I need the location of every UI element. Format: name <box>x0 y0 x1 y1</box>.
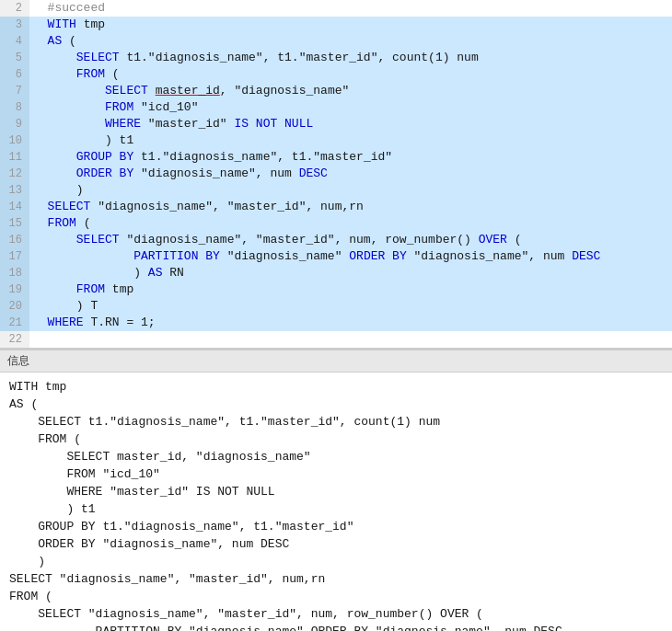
line-number-5: 5 <box>0 50 29 66</box>
info-line-12: ) <box>9 553 663 570</box>
info-line-2: WITH tmp <box>9 378 663 396</box>
code-editor[interactable]: 2 #succeed 3 WITH tmp 4 AS ( 5 SELECT t1… <box>0 0 672 350</box>
line-content-19: FROM tmp <box>29 281 672 298</box>
line-content-5: SELECT t1."diagnosis_name", t1."master_i… <box>29 50 672 66</box>
line-number-12: 12 <box>0 166 29 182</box>
line-content-2: #succeed <box>29 0 672 17</box>
line-content-6: FROM ( <box>29 66 672 83</box>
line-content-4: AS ( <box>29 33 672 50</box>
info-line-10: GROUP BY t1."diagnosis_name", t1."master… <box>9 518 663 535</box>
error-token: master_id <box>156 84 220 98</box>
line-number-3: 3 <box>0 17 29 33</box>
info-line-14: FROM ( <box>9 588 663 605</box>
line-number-18: 18 <box>0 265 29 281</box>
code-line-11: 11 GROUP BY t1."diagnosis_name", t1."mas… <box>0 149 672 166</box>
info-header: 信息 <box>0 350 672 373</box>
code-line-14: 14 SELECT "diagnosis_name", "master_id",… <box>0 199 672 215</box>
line-content-10: ) t1 <box>29 132 672 149</box>
line-number-17: 17 <box>0 248 29 265</box>
line-number-14: 14 <box>0 199 29 215</box>
line-number-8: 8 <box>0 99 29 116</box>
info-line-11: ORDER BY "diagnosis_name", num DESC <box>9 535 663 553</box>
line-content-20: ) T <box>29 298 672 315</box>
info-line-13: SELECT "diagnosis_name", "master_id", nu… <box>9 570 663 588</box>
code-line-12: 12 ORDER BY "diagnosis_name", num DESC <box>0 166 672 182</box>
line-content-15: FROM ( <box>29 215 672 232</box>
line-content-9: WHERE "master_id" IS NOT NULL <box>29 116 672 132</box>
line-number-16: 16 <box>0 232 29 248</box>
code-line-15: 15 FROM ( <box>0 215 672 232</box>
line-content-13: ) <box>29 182 672 199</box>
info-line-16: PARTITION BY "diagnosis_name" ORDER BY "… <box>9 623 663 631</box>
info-content: WITH tmp AS ( SELECT t1."diagnosis_name"… <box>0 373 672 631</box>
line-content-14: SELECT "diagnosis_name", "master_id", nu… <box>29 199 672 215</box>
line-number-21: 21 <box>0 315 29 331</box>
line-number-10: 10 <box>0 132 29 149</box>
code-line-19: 19 FROM tmp <box>0 281 672 298</box>
info-line-9: ) t1 <box>9 500 663 518</box>
line-number-11: 11 <box>0 149 29 166</box>
line-number-13: 13 <box>0 182 29 199</box>
line-content-16: SELECT "diagnosis_name", "master_id", nu… <box>29 232 672 248</box>
info-line-5: FROM ( <box>9 430 663 448</box>
code-line-18: 18 ) AS RN <box>0 265 672 281</box>
info-line-8: WHERE "master_id" IS NOT NULL <box>9 483 663 500</box>
info-line-4: SELECT t1."diagnosis_name", t1."master_i… <box>9 413 663 430</box>
code-line-2: 2 #succeed <box>0 0 672 17</box>
line-content-3: WITH tmp <box>29 17 672 33</box>
code-line-9: 9 WHERE "master_id" IS NOT NULL <box>0 116 672 132</box>
line-number-7: 7 <box>0 83 29 99</box>
line-number-6: 6 <box>0 66 29 83</box>
info-panel: 信息 WITH tmp AS ( SELECT t1."diagnosis_na… <box>0 350 672 631</box>
line-content-22 <box>29 331 672 348</box>
info-line-3: AS ( <box>9 396 663 413</box>
line-content-7: SELECT master_id, "diagnosis_name" <box>29 83 672 99</box>
code-line-16: 16 SELECT "diagnosis_name", "master_id",… <box>0 232 672 248</box>
line-content-18: ) AS RN <box>29 265 672 281</box>
line-number-9: 9 <box>0 116 29 132</box>
line-number-15: 15 <box>0 215 29 232</box>
line-number-20: 20 <box>0 298 29 315</box>
code-line-4: 4 AS ( <box>0 33 672 50</box>
code-line-6: 6 FROM ( <box>0 66 672 83</box>
line-content-8: FROM "icd_10" <box>29 99 672 116</box>
code-line-10: 10 ) t1 <box>0 132 672 149</box>
info-line-6: SELECT master_id, "diagnosis_name" <box>9 448 663 465</box>
line-content-17: PARTITION BY "diagnosis_name" ORDER BY "… <box>29 248 672 265</box>
code-line-8: 8 FROM "icd_10" <box>0 99 672 116</box>
line-content-11: GROUP BY t1."diagnosis_name", t1."master… <box>29 149 672 166</box>
line-number-4: 4 <box>0 33 29 50</box>
code-line-20: 20 ) T <box>0 298 672 315</box>
line-content-21: WHERE T.RN = 1; <box>29 315 672 331</box>
info-line-7: FROM "icd_10" <box>9 465 663 483</box>
line-number-19: 19 <box>0 281 29 298</box>
code-line-3: 3 WITH tmp <box>0 17 672 33</box>
line-content-12: ORDER BY "diagnosis_name", num DESC <box>29 166 672 182</box>
code-line-5: 5 SELECT t1."diagnosis_name", t1."master… <box>0 50 672 66</box>
line-number-22: 22 <box>0 331 29 348</box>
code-line-17: 17 PARTITION BY "diagnosis_name" ORDER B… <box>0 248 672 265</box>
code-line-21: 21 WHERE T.RN = 1; <box>0 315 672 331</box>
code-line-13: 13 ) <box>0 182 672 199</box>
code-line-7: 7 SELECT master_id, "diagnosis_name" <box>0 83 672 99</box>
line-number-2: 2 <box>0 0 29 17</box>
code-line-22: 22 <box>0 331 672 348</box>
info-line-15: SELECT "diagnosis_name", "master_id", nu… <box>9 605 663 623</box>
